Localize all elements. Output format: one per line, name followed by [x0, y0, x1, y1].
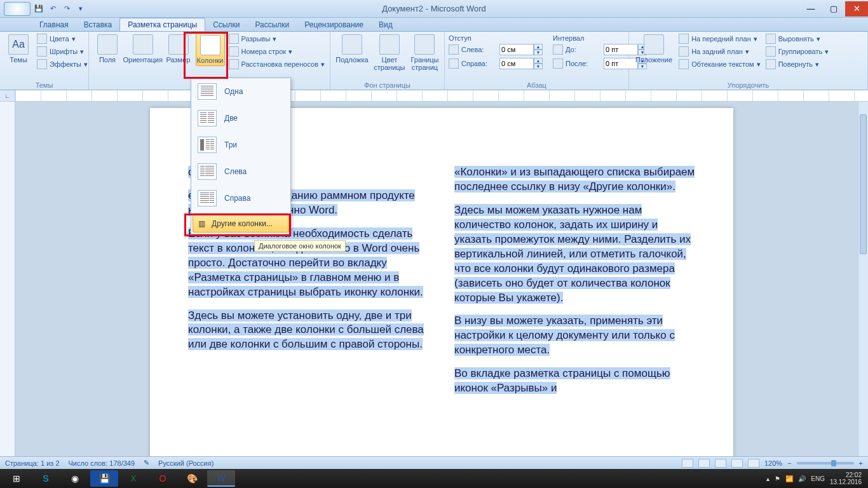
window-title: Документ2 - Microsoft Word	[382, 4, 486, 13]
tray-show-hidden-icon[interactable]: ▴	[766, 475, 770, 482]
tray-language[interactable]: ENG	[811, 475, 825, 482]
taskbar-excel-icon[interactable]: X	[119, 470, 147, 487]
status-language[interactable]: Русский (Россия)	[158, 459, 214, 467]
zoom-value[interactable]: 120%	[764, 459, 782, 467]
save-icon[interactable]: 💾	[33, 3, 44, 15]
taskbar-totalcmd-icon[interactable]: 💾	[90, 470, 118, 487]
tab-references[interactable]: Ссылки	[205, 18, 247, 31]
office-button[interactable]	[4, 2, 31, 16]
orientation-button[interactable]: Ориентация	[125, 33, 161, 65]
spacing-before-label: До:	[566, 46, 601, 53]
zoom-out-button[interactable]: −	[787, 459, 791, 467]
ruler-tab-selector[interactable]: ∟	[0, 90, 15, 101]
view-web-layout-icon[interactable]	[715, 459, 726, 468]
maximize-button[interactable]: ▢	[822, 1, 845, 17]
status-proofing-icon[interactable]: ✎	[144, 459, 149, 467]
columns-more-options[interactable]: ▥ Другие колонки...	[193, 215, 289, 233]
taskbar-paint-icon[interactable]: 🎨	[178, 470, 206, 487]
position-icon	[644, 34, 664, 55]
bring-front-button[interactable]: На передний план ▾	[677, 33, 762, 44]
taskbar-word-icon[interactable]: W	[207, 470, 235, 487]
theme-colors-button[interactable]: Цвета ▾	[36, 33, 89, 44]
spacing-after-icon	[553, 58, 563, 69]
indent-left-input[interactable]	[499, 44, 534, 55]
page-color-button[interactable]: Цвет страницы	[372, 33, 407, 72]
group-button[interactable]: Группировать ▾	[764, 46, 831, 57]
paragraph-text: Здесь мы можем указать нужное нам количе…	[454, 204, 691, 304]
margins-icon	[97, 34, 118, 55]
spinner[interactable]: ▲▼	[534, 58, 543, 69]
system-tray: ▴ ⚑ 📶 🔊 ENG 22:02 13.12.2016	[766, 471, 865, 485]
columns-option-left[interactable]: Слева	[191, 158, 290, 185]
close-button[interactable]: ✕	[845, 1, 868, 17]
columns-option-three[interactable]: Три	[191, 132, 290, 158]
columns-option-one[interactable]: Одна	[191, 78, 290, 105]
view-draft-icon[interactable]	[748, 459, 759, 468]
ribbon-tabs: Главная Вставка Разметка страницы Ссылки…	[0, 18, 868, 32]
tray-clock[interactable]: 22:02 13.12.2016	[830, 471, 862, 485]
start-button[interactable]: ⊞	[3, 470, 31, 487]
wrap-label: Обтекание текстом	[691, 60, 754, 68]
scrollbar-thumb[interactable]	[860, 114, 867, 254]
breaks-button[interactable]: Разрывы ▾	[227, 33, 326, 44]
line-numbers-label: Номера строк	[241, 48, 287, 55]
minimize-button[interactable]: —	[799, 1, 822, 17]
redo-icon[interactable]: ↷	[61, 3, 72, 15]
status-word-count[interactable]: Число слов: 178/349	[69, 459, 135, 467]
size-button[interactable]: Размер	[164, 33, 193, 65]
tab-insert[interactable]: Вставка	[76, 18, 120, 31]
theme-fonts-button[interactable]: Шрифты ▾	[36, 46, 89, 57]
indent-right-input[interactable]	[499, 58, 534, 69]
spacing-after-label: После:	[566, 60, 601, 67]
document-area: олбцы в Ворде ема посвящена созданию рам…	[0, 102, 868, 460]
h-ruler[interactable]	[15, 90, 868, 101]
indent-right-icon	[449, 58, 459, 69]
taskbar-skype-icon[interactable]: S	[32, 470, 60, 487]
qat-menu-icon[interactable]: ▾	[75, 3, 86, 15]
taskbar-chrome-icon[interactable]: ◉	[61, 470, 89, 487]
ruler-horizontal[interactable]: ∟	[0, 90, 868, 102]
tab-view[interactable]: Вид	[371, 18, 400, 31]
columns-option-two[interactable]: Две	[191, 105, 290, 132]
undo-icon[interactable]: ↶	[47, 3, 58, 15]
hyphenation-button[interactable]: Расстановка переносов ▾	[227, 58, 326, 70]
position-button[interactable]: Положение	[633, 33, 675, 65]
tray-flag-icon[interactable]: ⚑	[775, 475, 780, 482]
align-label: Выровнять	[778, 35, 814, 43]
page-borders-button[interactable]: Границы страниц	[409, 33, 440, 72]
send-back-button[interactable]: На задний план ▾	[677, 46, 762, 57]
vertical-scrollbar[interactable]	[858, 102, 868, 460]
taskbar-opera-icon[interactable]: O	[149, 470, 177, 487]
rotate-button[interactable]: Повернуть ▾	[764, 58, 831, 70]
view-full-screen-icon[interactable]	[698, 459, 710, 468]
tab-mailings[interactable]: Рассылки	[247, 18, 297, 31]
theme-effects-button[interactable]: Эффекты ▾	[36, 58, 89, 70]
zoom-slider[interactable]	[797, 462, 854, 464]
bring-front-label: На передний план	[691, 35, 751, 43]
tab-page-layout[interactable]: Разметка страницы	[119, 18, 205, 31]
view-print-layout-icon[interactable]	[682, 459, 693, 468]
tray-network-icon[interactable]: 📶	[785, 475, 793, 482]
spinner[interactable]: ▲▼	[534, 44, 543, 55]
separator	[194, 213, 288, 214]
ruler-vertical[interactable]	[0, 102, 15, 460]
columns-button[interactable]: Колонки	[196, 33, 225, 66]
margins-button[interactable]: Поля	[93, 33, 122, 65]
text-wrap-button[interactable]: Обтекание текстом ▾	[677, 58, 762, 70]
tab-review[interactable]: Рецензирование	[297, 18, 371, 31]
themes-icon: Aa	[8, 34, 29, 55]
page-viewport[interactable]: олбцы в Ворде ема посвящена созданию рам…	[15, 102, 868, 460]
text-column-2[interactable]: «Колонки» и из выпадающего списка выбира…	[454, 165, 695, 405]
windows-taskbar: ⊞ S ◉ 💾 X O 🎨 W ▴ ⚑ 📶 🔊 ENG 22:02 13.12.…	[0, 469, 868, 488]
tab-home[interactable]: Главная	[32, 18, 76, 31]
watermark-button[interactable]: Подложка	[334, 33, 370, 65]
view-outline-icon[interactable]	[731, 459, 743, 468]
line-numbers-button[interactable]: Номера строк ▾	[227, 46, 326, 57]
zoom-in-button[interactable]: +	[859, 459, 863, 467]
effects-label: Эффекты	[50, 60, 81, 68]
themes-button[interactable]: Aa Темы	[4, 33, 33, 65]
status-page[interactable]: Страница: 1 из 2	[5, 459, 60, 467]
tray-volume-icon[interactable]: 🔊	[798, 475, 806, 482]
columns-option-right[interactable]: Справа	[191, 185, 290, 212]
align-button[interactable]: Выровнять ▾	[764, 33, 831, 44]
